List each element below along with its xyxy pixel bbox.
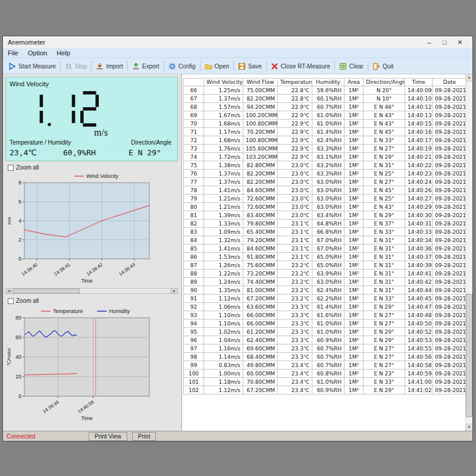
table-cell: 1M²: [345, 328, 364, 336]
maximize-button[interactable]: □: [437, 39, 452, 46]
table-row[interactable]: 951.02m/s61.20CMM23.3℃61.0%RH1M²E N 29°1…: [184, 328, 466, 336]
table-row[interactable]: 1011.18m/s70.80CMM23.4℃61.0%RH1M²E N 33°…: [184, 378, 466, 386]
table-cell: 63.9%RH: [312, 270, 345, 278]
table-cell: 22.8℃: [278, 86, 312, 95]
table-row[interactable]: 781.41m/s84.60CMM23.0℃63.0%RH1M²E N 45°1…: [184, 186, 466, 195]
title-bar: Anemometer – □ ✕: [3, 36, 472, 48]
table-cell: E N 43°: [364, 111, 405, 120]
column-header-wind-velocity[interactable]: Wind Velocity: [204, 79, 243, 86]
table-scrollbar[interactable]: ▲ ▼: [465, 74, 472, 431]
table-cell: 14:40:16: [405, 128, 433, 136]
table-row[interactable]: 881.22m/s73.20CMM23.2℃63.9%RH1M²E N 31°1…: [184, 270, 466, 278]
table-row[interactable]: 821.33m/s79.80CMM23.1℃64.8%RH1M²E N 37°1…: [184, 220, 466, 228]
zoom-all-checkbox-velocity[interactable]: Zoom all: [8, 164, 39, 171]
table-row[interactable]: 741.72m/s103.20CMM22.9℃63.1%RH1M²E N 29°…: [184, 153, 466, 161]
column-header-wind-flow[interactable]: Wind Flow: [243, 79, 278, 86]
svg-text:4: 4: [18, 218, 21, 224]
close-button[interactable]: ✕: [452, 39, 468, 46]
toolbar-separator: [127, 61, 128, 71]
table-row[interactable]: 911.12m/s67.20CMM23.2℃62.2%RH1M²E N 33°1…: [184, 295, 466, 303]
table-row[interactable]: 1021.12m/s67.20CMM23.4℃60.9%RH1M²E N 29°…: [184, 386, 466, 394]
table-row[interactable]: 791.21m/s72.60CMM23.0℃63.0%RH1M²E N 25°1…: [184, 195, 466, 203]
table-row[interactable]: 801.21m/s72.60CMM23.0℃63.0%RH1M²E N 43°1…: [184, 203, 466, 211]
minimize-button[interactable]: –: [421, 39, 437, 46]
table-row[interactable]: 941.10m/s66.00CMM23.3℃61.0%RH1M²E N 27°1…: [184, 320, 466, 328]
table-row[interactable]: 681.57m/s94.20CMM22.9℃60.7%RH1M²E N 46°1…: [184, 103, 466, 111]
scrollbar-thumb[interactable]: [13, 289, 80, 293]
table-row[interactable]: 761.37m/s82.20CMM23.0℃63.3%RH1M²E N 25°1…: [184, 170, 466, 178]
column-header-humidity[interactable]: Humidity: [312, 79, 345, 86]
scroll-right-icon[interactable]: ►: [171, 289, 177, 293]
table-row[interactable]: 711.17m/s70.20CMM22.9℃61.4%RH1M²E N 45°1…: [184, 128, 466, 136]
table-row[interactable]: 751.38m/s82.80CMM23.0℃63.2%RH1M²E N 31°1…: [184, 161, 466, 170]
table-cell: 14:40:41: [405, 270, 433, 278]
menu-help[interactable]: Help: [52, 49, 75, 57]
column-header-time[interactable]: Time: [405, 79, 433, 86]
table-cell: 1M²: [345, 336, 364, 345]
menu-option[interactable]: Option: [23, 49, 52, 57]
menu-file[interactable]: File: [3, 49, 23, 57]
toolbar-separator: [368, 61, 368, 71]
table-cell: E N 23°: [364, 369, 405, 378]
column-header-temperature[interactable]: Temperature: [278, 79, 312, 86]
print-view-button[interactable]: Print View: [89, 432, 127, 441]
column-header-direction-angle[interactable]: Direction/Angle: [364, 79, 405, 86]
toolbar-clear-button[interactable]: Clear: [336, 61, 367, 71]
print-button[interactable]: Print: [132, 432, 156, 441]
toolbar-save-button[interactable]: Save: [235, 61, 265, 71]
table-row[interactable]: 871.26m/s75.60CMM23.2℃65.0%RH1M²E N 31°1…: [184, 261, 466, 270]
table-row[interactable]: 851.41m/s84.60CMM23.1℃67.0%RH1M²E N 31°1…: [184, 245, 466, 253]
toolbar-config-button[interactable]: Config: [165, 61, 199, 71]
table-row[interactable]: 861.53m/s91.80CMM23.1℃65.0%RH1M²E N 31°1…: [184, 253, 466, 261]
table-row[interactable]: 831.09m/s65.40CMM23.1℃66.8%RH1M²E N 33°1…: [184, 228, 466, 236]
table-cell: 1M²: [345, 361, 364, 369]
scroll-down-icon[interactable]: ▼: [466, 424, 472, 431]
toolbar-quit-button[interactable]: Quit: [369, 61, 396, 71]
table-row[interactable]: 841.32m/s79.20CMM23.1℃67.0%RH1M²E N 31°1…: [184, 236, 466, 245]
column-header-date[interactable]: Date: [433, 79, 466, 86]
table-row[interactable]: 961.04m/s62.40CMM23.3℃60.9%RH1M²E N 29°1…: [184, 336, 466, 345]
toolbar-export-button[interactable]: Export: [129, 61, 162, 71]
table-row[interactable]: 671.37m/s82.20CMM22.8℃60.1%RH1M²N 10°14:…: [184, 95, 466, 103]
scroll-left-icon[interactable]: ◄: [6, 289, 12, 293]
velocity-chart-scrollbar[interactable]: ◄ ►: [5, 288, 178, 294]
table-cell: 1.68m/s: [204, 136, 243, 145]
table-cell: 23.2℃: [278, 286, 312, 295]
scrollbar-track[interactable]: [12, 289, 171, 293]
column-header-area[interactable]: Area: [345, 79, 364, 86]
toolbar-open-button[interactable]: Open: [202, 61, 232, 71]
table-row[interactable]: 971.16m/s69.60CMM23.3℃60.7%RH1M²E N 27°1…: [184, 345, 466, 353]
table-row[interactable]: 721.68m/s100.80CMM22.9℃62.4%RH1M²E N 33°…: [184, 136, 466, 145]
column-header-row-number[interactable]: [184, 79, 204, 86]
table-row[interactable]: 981.14m/s68.40CMM23.3℃60.7%RH1M²E N 27°1…: [184, 353, 466, 361]
table-row[interactable]: 811.39m/s83.40CMM23.0℃63.4%RH1M²E N 29°1…: [184, 211, 466, 220]
table-row[interactable]: 771.37m/s82.20CMM23.0℃63.0%RH1M²E N 27°1…: [184, 178, 466, 186]
toolbar-import-button[interactable]: Import: [93, 61, 126, 71]
table-row[interactable]: 921.06m/s63.60CMM23.3℃61.4%RH1M²E N 29°1…: [184, 303, 466, 311]
table-cell: 1M²: [345, 128, 364, 136]
table-cell: 09-28-2021: [433, 369, 466, 378]
scroll-up-icon[interactable]: ▲: [466, 74, 472, 82]
zoom-all-checkbox-temp-humidity[interactable]: Zoom all: [8, 298, 39, 304]
table-row[interactable]: 731.76m/s105.60CMM22.9℃63.3%RH1M²E N 27°…: [184, 145, 466, 153]
table-row[interactable]: 1001.00m/s60.00CMM23.4℃60.8%RH1M²E N 23°…: [184, 369, 466, 378]
table-cell: 23.4℃: [278, 369, 312, 378]
toolbar-start-button[interactable]: Start Measure: [5, 61, 59, 71]
table-row[interactable]: 691.67m/s100.20CMM22.9℃61.0%RH1M²E N 43°…: [184, 111, 466, 120]
table-row[interactable]: 891.24m/s74.40CMM23.2℃63.0%RH1M²E N 31°1…: [184, 278, 466, 286]
toolbar-stop-button[interactable]: Stop: [62, 61, 90, 71]
table-row[interactable]: 901.35m/s81.00CMM23.2℃62.4%RH1M²E N 31°1…: [184, 286, 466, 295]
table-row[interactable]: 661.25m/s75.00CMM22.8℃59.6%RH1M²N 20°14:…: [184, 86, 466, 95]
toolbar-close-rt-button[interactable]: Close RT-Measure: [268, 61, 333, 71]
scrollbar-track[interactable]: [466, 82, 472, 424]
table-cell: 82.20CMM: [243, 170, 278, 178]
table-row[interactable]: 990.83m/s49.80CMM23.4℃60.7%RH1M²E N 27°1…: [184, 361, 466, 369]
table-cell: 22.8℃: [278, 95, 312, 103]
table-row[interactable]: 931.10m/s66.00CMM23.3℃61.6%RH1M²E N 27°1…: [184, 311, 466, 320]
table-cell: 1.41m/s: [204, 186, 243, 195]
table-cell: 1M²: [345, 386, 364, 394]
scrollbar-thumb[interactable]: [466, 294, 472, 417]
table-row[interactable]: 701.68m/s100.80CMM22.9℃61.0%RH1M²E N 43°…: [184, 120, 466, 128]
table-cell: 1.24m/s: [204, 278, 243, 286]
table-cell: 14:40:13: [405, 111, 433, 120]
